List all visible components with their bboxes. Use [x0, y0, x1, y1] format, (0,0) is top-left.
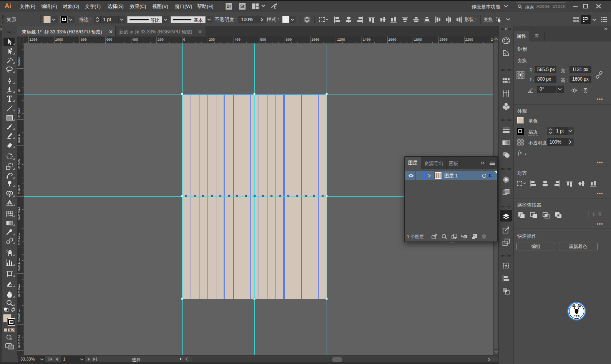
svg-text:行走客: 行走客	[573, 315, 580, 318]
